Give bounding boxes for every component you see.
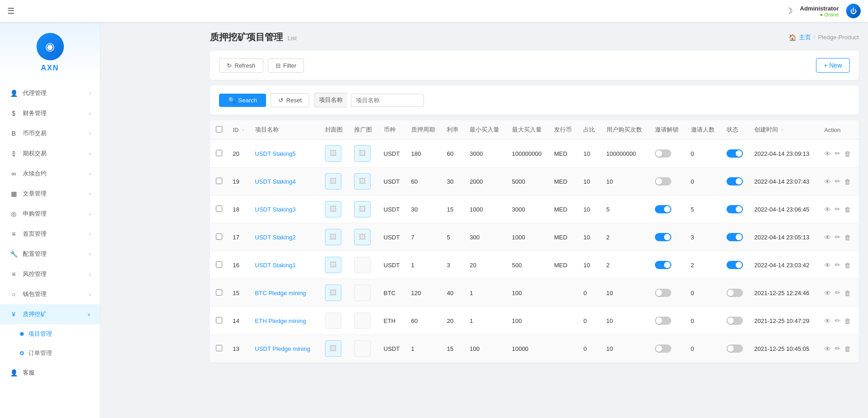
edit-icon[interactable]: ✏ bbox=[835, 261, 841, 269]
col-action: Action bbox=[820, 120, 859, 140]
menu-toggle-icon[interactable]: ☰ bbox=[7, 6, 15, 16]
invite-unlock-toggle[interactable] bbox=[655, 149, 671, 158]
status-toggle[interactable] bbox=[727, 289, 743, 297]
row-name-link[interactable]: ETH Pledge mining bbox=[255, 317, 306, 324]
status-toggle[interactable] bbox=[727, 177, 743, 185]
edit-icon[interactable]: ✏ bbox=[835, 177, 841, 185]
edit-icon[interactable]: ✏ bbox=[835, 289, 841, 297]
row-checkbox[interactable] bbox=[216, 178, 222, 184]
status-toggle[interactable] bbox=[727, 261, 743, 269]
row-name-link[interactable]: USDT Staking2 bbox=[255, 234, 296, 241]
power-button[interactable]: ⏻ bbox=[846, 4, 861, 18]
sidebar-item-label: 钱包管理 bbox=[23, 290, 89, 298]
row-checkbox[interactable] bbox=[216, 317, 222, 323]
edit-icon[interactable]: ✏ bbox=[835, 233, 841, 241]
sort-created-icon[interactable]: ↑ bbox=[781, 128, 783, 132]
view-icon[interactable]: 👁 bbox=[824, 317, 831, 325]
status-toggle[interactable] bbox=[727, 149, 743, 158]
sort-id-icon[interactable]: ↑ bbox=[242, 128, 244, 132]
search-button[interactable]: 🔍 Search bbox=[219, 94, 266, 107]
row-name-link[interactable]: BTC Pledge mining bbox=[255, 290, 306, 296]
edit-icon[interactable]: ✏ bbox=[835, 317, 841, 325]
breadcrumb-home[interactable]: 主页 bbox=[799, 33, 811, 42]
invite-unlock-toggle[interactable] bbox=[655, 289, 671, 297]
row-issue-coin: MED bbox=[549, 168, 579, 196]
search-icon: 🔍 bbox=[228, 97, 235, 104]
sidebar-item-risk[interactable]: ≡ 风控管理 › bbox=[0, 264, 100, 284]
row-checkbox[interactable] bbox=[216, 289, 222, 296]
sidebar-item-config[interactable]: 🔧 配置管理 › bbox=[0, 244, 100, 264]
view-icon[interactable]: 👁 bbox=[824, 233, 831, 241]
row-name: USDT Pledge mining bbox=[251, 335, 321, 363]
view-icon[interactable]: 👁 bbox=[824, 178, 831, 185]
delete-icon[interactable]: 🗑 bbox=[844, 289, 851, 297]
sidebar-item-apply[interactable]: ◎ 申购管理 › bbox=[0, 204, 100, 224]
delete-icon[interactable]: 🗑 bbox=[844, 178, 851, 185]
sidebar-item-perpetual[interactable]: ∞ 永续合约 › bbox=[0, 164, 100, 184]
row-checkbox[interactable] bbox=[216, 345, 222, 351]
edit-icon[interactable]: ✏ bbox=[835, 344, 841, 353]
invite-unlock-toggle[interactable] bbox=[655, 317, 671, 325]
row-max-buy: 5000 bbox=[507, 168, 550, 196]
view-icon[interactable]: 👁 bbox=[824, 150, 831, 158]
invite-unlock-toggle[interactable] bbox=[655, 261, 671, 269]
search-input-name[interactable] bbox=[351, 94, 424, 107]
sidebar-item-agent[interactable]: 👤 代理管理 › bbox=[0, 83, 100, 103]
delete-icon[interactable]: 🗑 bbox=[844, 206, 851, 213]
row-name-link[interactable]: USDT Staking4 bbox=[255, 178, 296, 185]
status-toggle[interactable] bbox=[727, 344, 743, 353]
search-label: Search bbox=[238, 97, 257, 104]
filter-button[interactable]: ⊟ Filter bbox=[268, 58, 304, 73]
sidebar-item-project-mgmt[interactable]: 项目管理 bbox=[0, 324, 100, 344]
edit-icon[interactable]: ✏ bbox=[835, 149, 841, 158]
row-checkbox[interactable] bbox=[216, 150, 222, 156]
row-checkbox[interactable] bbox=[216, 261, 222, 268]
select-all-checkbox[interactable] bbox=[216, 126, 222, 132]
theme-toggle-icon[interactable]: ☽ bbox=[785, 6, 793, 16]
view-icon[interactable]: 👁 bbox=[824, 345, 831, 353]
row-max-buy: 10000 bbox=[507, 335, 550, 363]
row-checkbox[interactable] bbox=[216, 233, 222, 240]
invite-unlock-toggle[interactable] bbox=[655, 344, 671, 353]
sidebar-item-support[interactable]: 👤 客服 bbox=[0, 363, 100, 383]
row-checkbox[interactable] bbox=[216, 206, 222, 212]
row-name-link[interactable]: USDT Staking5 bbox=[255, 150, 296, 157]
delete-icon[interactable]: 🗑 bbox=[844, 345, 851, 353]
sidebar-item-coin-trade[interactable]: B 币币交易 › bbox=[0, 123, 100, 143]
col-status: 状态 bbox=[722, 120, 750, 140]
status-toggle[interactable] bbox=[727, 317, 743, 325]
sidebar-item-label: 代理管理 bbox=[23, 89, 89, 97]
view-icon[interactable]: 👁 bbox=[824, 206, 831, 213]
apply-icon: ◎ bbox=[9, 209, 18, 218]
edit-icon[interactable]: ✏ bbox=[835, 205, 841, 213]
sidebar-item-futures[interactable]: ₿ 期权交易 › bbox=[0, 143, 100, 164]
row-name-link[interactable]: USDT Pledge mining bbox=[255, 345, 310, 352]
row-name-link[interactable]: USDT Staking1 bbox=[255, 262, 296, 269]
sidebar-item-article[interactable]: ▦ 文章管理 › bbox=[0, 184, 100, 204]
delete-icon[interactable]: 🗑 bbox=[844, 261, 851, 269]
status-toggle[interactable] bbox=[727, 233, 743, 241]
delete-icon[interactable]: 🗑 bbox=[844, 233, 851, 241]
row-name-link[interactable]: USDT Staking3 bbox=[255, 206, 296, 213]
view-icon[interactable]: 👁 bbox=[824, 261, 831, 269]
status-toggle[interactable] bbox=[727, 205, 743, 213]
sidebar-item-order-mgmt[interactable]: 订单管理 bbox=[0, 344, 100, 363]
reset-button[interactable]: ↺ Reset bbox=[271, 93, 309, 107]
col-invite-unlock: 邀请解锁 bbox=[650, 120, 686, 140]
view-icon[interactable]: 👁 bbox=[824, 289, 831, 297]
row-ratio: 0 bbox=[579, 307, 601, 335]
delete-icon[interactable]: 🗑 bbox=[844, 317, 851, 325]
invite-unlock-toggle[interactable] bbox=[655, 205, 671, 213]
refresh-button[interactable]: ↻ Refresh bbox=[219, 58, 263, 73]
sidebar-item-finance[interactable]: $ 财务管理 › bbox=[0, 103, 100, 123]
sidebar-item-pledge-mine[interactable]: ¥ 质押挖矿 ∨ bbox=[0, 304, 100, 324]
delete-icon[interactable]: 🗑 bbox=[844, 150, 851, 158]
page-subtitle: List bbox=[288, 35, 297, 42]
invite-unlock-toggle[interactable] bbox=[655, 233, 671, 241]
sidebar-item-wallet[interactable]: ○ 钱包管理 › bbox=[0, 284, 100, 304]
new-button[interactable]: + New bbox=[816, 58, 850, 73]
row-checkbox-cell bbox=[210, 279, 228, 307]
invite-unlock-toggle[interactable] bbox=[655, 177, 671, 185]
sidebar-item-home-mgmt[interactable]: ≡ 首页管理 › bbox=[0, 224, 100, 244]
row-coin: USDT bbox=[379, 335, 407, 363]
